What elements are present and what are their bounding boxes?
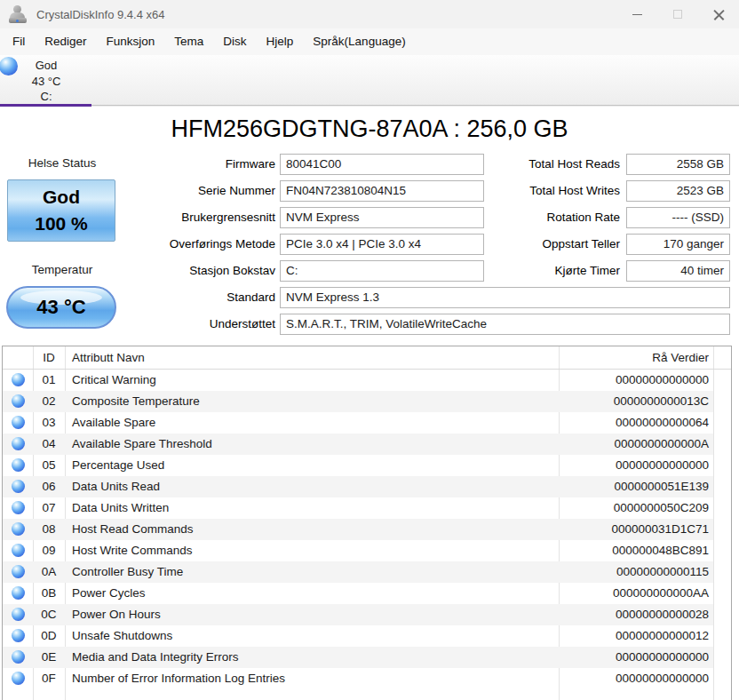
attr-id: 01 xyxy=(33,370,65,391)
attr-id: 0B xyxy=(33,583,65,604)
firmware-label: Firmware xyxy=(133,157,275,171)
interface-label: Brukergrensesnitt xyxy=(133,211,275,224)
attr-raw-value: 000000048BC891 xyxy=(559,540,709,561)
standard-value: NVM Express 1.3 xyxy=(280,287,730,308)
attr-id: 07 xyxy=(33,497,65,519)
attr-id: 0D xyxy=(33,625,65,647)
serial-number-value: FN04N723810804N15 xyxy=(280,180,484,202)
crystaldiskinfo-window: CrystalDiskInfo 9.4.4 x64 Fil Rediger Fu… xyxy=(0,0,739,700)
features-value: S.M.A.R.T., TRIM, VolatileWriteCache xyxy=(280,314,730,335)
total-host-reads-label: Total Host Reads xyxy=(487,157,620,171)
table-row: 0BPower Cycles000000000000AA xyxy=(3,583,713,604)
attr-name: Data Units Written xyxy=(72,497,169,519)
serial-number-label: Serie Nummer xyxy=(133,184,275,197)
attr-id: 04 xyxy=(33,434,65,455)
column-header-id[interactable]: ID xyxy=(33,346,65,370)
attr-raw-value: 00000000000000 xyxy=(559,455,709,476)
attr-id: 0A xyxy=(33,561,65,583)
attr-name: Composite Temperature xyxy=(72,391,200,412)
title-bar: CrystalDiskInfo 9.4.4 x64 xyxy=(0,0,739,28)
attr-id: 08 xyxy=(33,519,65,540)
attr-name: Number of Error Information Log Entries xyxy=(72,668,285,689)
attr-raw-value: 0000000051E139 xyxy=(559,476,709,497)
status-orb-icon xyxy=(12,501,25,514)
status-orb-icon xyxy=(12,586,25,600)
total-host-reads-value: 2558 GB xyxy=(626,154,730,175)
attr-raw-value: 00000000000028 xyxy=(559,604,709,625)
table-row: 05Percentage Used00000000000000 xyxy=(3,455,713,476)
temperature-button[interactable]: 43 °C xyxy=(6,286,116,329)
power-on-hours-value: 40 timer xyxy=(626,260,730,282)
attr-id: 0F xyxy=(33,668,65,689)
minimize-button[interactable] xyxy=(616,0,657,28)
status-orb-icon xyxy=(12,672,25,685)
attr-name: Host Read Commands xyxy=(72,519,194,540)
attr-raw-value: 0000000000000A xyxy=(559,434,709,455)
column-header-raw-values[interactable]: Rå Verdier xyxy=(559,346,709,370)
attr-name: Media and Data Integrity Errors xyxy=(72,647,239,668)
attr-raw-value: 0000000000013C xyxy=(559,391,709,412)
drive-tab-c[interactable]: God 43 °C C: xyxy=(0,55,91,107)
menu-language[interactable]: Språk(Language) xyxy=(303,28,415,55)
table-row: 04Available Spare Threshold0000000000000… xyxy=(3,434,713,455)
transfer-mode-label: Overførings Metode xyxy=(133,237,275,251)
attr-id: 0C xyxy=(33,604,65,625)
status-orb-icon xyxy=(12,480,25,493)
health-status-value: God xyxy=(43,184,80,211)
menu-tema[interactable]: Tema xyxy=(164,28,213,55)
smart-table-header: ID Attributt Navn Rå Verdier xyxy=(3,346,731,370)
attr-name: Critical Warning xyxy=(72,370,156,391)
table-row: 0FNumber of Error Information Log Entrie… xyxy=(3,668,713,689)
health-status-button[interactable]: God 100 % xyxy=(7,179,115,242)
disk-model-title: HFM256GDGTNG-87A0A : 256,0 GB xyxy=(0,115,739,143)
close-icon xyxy=(713,9,725,20)
status-orb-icon xyxy=(12,650,25,664)
table-row: 08Host Read Commands000000031D1C71 xyxy=(3,519,713,540)
rotation-rate-value: ---- (SSD) xyxy=(626,207,730,228)
maximize-button[interactable] xyxy=(657,0,698,28)
attr-name: Power Cycles xyxy=(72,583,146,604)
attr-name: Host Write Commands xyxy=(72,540,193,561)
attr-id: 06 xyxy=(33,476,65,497)
attr-id: 02 xyxy=(33,391,65,412)
table-row: 06Data Units Read0000000051E139 xyxy=(3,476,713,497)
total-host-writes-label: Total Host Writes xyxy=(487,184,620,197)
status-orb-icon xyxy=(12,522,25,536)
attr-name: Power On Hours xyxy=(72,604,161,625)
interface-value: NVM Express xyxy=(280,207,484,228)
menu-disk[interactable]: Disk xyxy=(213,28,256,55)
menu-bar: Fil Rediger Funksjon Tema Disk Hjelp Spr… xyxy=(0,28,739,55)
table-row: 0CPower On Hours00000000000028 xyxy=(3,604,713,625)
active-tab-indicator xyxy=(0,104,91,107)
status-orb-icon xyxy=(12,608,25,621)
temperature-label: Temperatur xyxy=(0,263,124,276)
drive-letter-label: Stasjon Bokstav xyxy=(133,264,275,277)
column-header-attribute-name[interactable]: Attributt Navn xyxy=(72,346,145,370)
table-row: 0EMedia and Data Integrity Errors0000000… xyxy=(3,647,713,668)
rotation-rate-label: Rotation Rate xyxy=(487,211,620,224)
menu-fil[interactable]: Fil xyxy=(3,28,35,55)
menu-hjelp[interactable]: Hjelp xyxy=(257,28,304,55)
attr-raw-value: 00000000000000 xyxy=(559,370,709,391)
minimize-icon xyxy=(632,14,642,15)
menu-funksjon[interactable]: Funksjon xyxy=(97,28,165,55)
status-orb-icon xyxy=(12,437,25,450)
table-row: 09Host Write Commands000000048BC891 xyxy=(3,540,713,561)
status-orb-icon xyxy=(12,416,25,429)
close-button[interactable] xyxy=(698,0,739,28)
temperature-value: 43 °C xyxy=(36,296,85,319)
status-orb-icon xyxy=(12,373,25,386)
maximize-icon xyxy=(673,10,682,19)
attr-id: 05 xyxy=(33,455,65,476)
table-row: 07Data Units Written0000000050C209 xyxy=(3,497,713,519)
attr-name: Available Spare xyxy=(72,412,155,434)
attr-name: Available Spare Threshold xyxy=(72,434,212,455)
smart-table-rows: 01Critical Warning00000000000000 02Compo… xyxy=(3,370,731,689)
attr-raw-value: 00000000000012 xyxy=(559,625,709,647)
status-orb-icon xyxy=(12,565,25,578)
menu-rediger[interactable]: Rediger xyxy=(35,28,96,55)
total-host-writes-value: 2523 GB xyxy=(626,180,730,202)
table-row: 03Available Spare00000000000064 xyxy=(3,412,713,434)
attr-name: Percentage Used xyxy=(72,455,164,476)
attr-raw-value: 00000000000064 xyxy=(559,412,709,434)
